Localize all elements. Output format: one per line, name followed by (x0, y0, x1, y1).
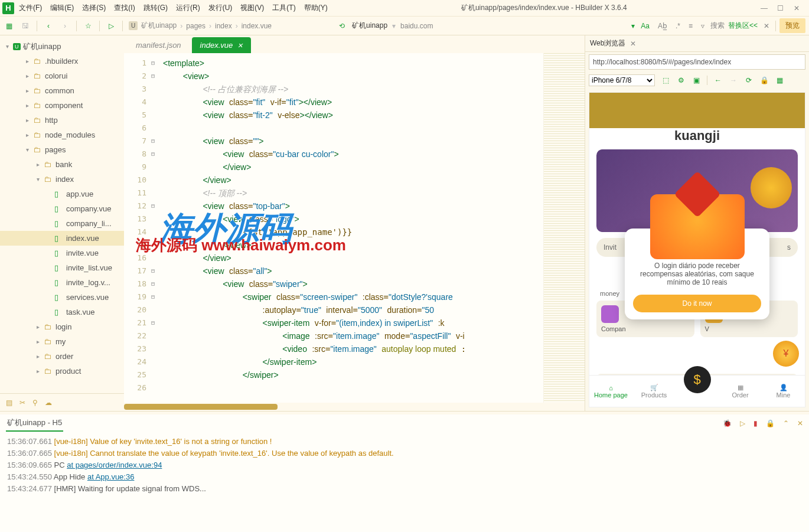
coin-fab[interactable]: ¥ (773, 341, 799, 367)
minimize-icon[interactable]: — (761, 4, 769, 12)
reload-icon[interactable]: ⟳ (744, 76, 753, 84)
replace-label[interactable]: 替换区<< (728, 21, 758, 31)
collapse-icon[interactable]: ⌃ (783, 419, 789, 427)
code-editor[interactable]: 1234567891011121314151617181920212223242… (124, 53, 585, 403)
tree-folder[interactable]: ▾🗀pages (0, 142, 124, 157)
tree-folder[interactable]: ▸🗀order (0, 349, 124, 364)
tree-folder[interactable]: ▸🗀http (0, 113, 124, 128)
menu-item[interactable]: 帮助(Y) (304, 3, 328, 13)
close-search-icon[interactable]: ✕ (761, 21, 772, 31)
tree-file[interactable]: ▯company.vue (0, 201, 124, 216)
star-icon[interactable]: ☆ (83, 21, 93, 31)
run-icon[interactable]: ▷ (106, 21, 116, 31)
filter-icon[interactable]: ▿ (699, 21, 707, 31)
toolbar: ▦ 🖫 ‹ › ☆ ▷ U 矿机uinapp › pages › index ›… (0, 17, 809, 35)
ab-icon[interactable]: Ab̲ (655, 21, 670, 31)
tree-file[interactable]: ▯company_li... (0, 216, 124, 231)
search-project[interactable]: 矿机uinapp (352, 21, 387, 31)
do-it-now-button[interactable]: Do it now (633, 295, 761, 312)
play-icon[interactable]: ▷ (740, 419, 745, 427)
editor-tab[interactable]: manifest.json (128, 37, 190, 53)
tree-folder[interactable]: ▸🗀component (0, 98, 124, 113)
menu-item[interactable]: 运行(R) (176, 3, 200, 13)
menu-bar: 文件(F)编辑(E)选择(S)查找(I)跳转(G)运行(R)发行(U)视图(V)… (19, 3, 328, 13)
menu-item[interactable]: 编辑(E) (50, 3, 74, 13)
nav-back-icon[interactable]: ← (713, 76, 723, 84)
new-file-icon[interactable]: ▦ (4, 21, 14, 31)
tree-file[interactable]: ▯services.vue (0, 290, 124, 305)
title-bar: H 文件(F)编辑(E)选择(S)查找(I)跳转(G)运行(R)发行(U)视图(… (0, 0, 809, 17)
list-icon[interactable]: ≡ (686, 21, 695, 31)
tree-file[interactable]: ▯invite_log.v... (0, 275, 124, 290)
editor-tabs: manifest.jsonindex.vue✕ (124, 35, 585, 53)
tree-folder[interactable]: ▸🗀.hbuilderx (0, 54, 124, 68)
stop-icon[interactable]: ▮ (753, 419, 758, 427)
popup-text: O login diário pode receber recompensas … (633, 262, 761, 286)
tab-home[interactable]: ⌂Home page (589, 376, 632, 407)
menu-item[interactable]: 视图(V) (240, 3, 264, 13)
tree-folder[interactable]: ▸🗀bank (0, 157, 124, 172)
preview-url-input[interactable]: http://localhost:8080/h5/#/pages/index/i… (589, 54, 805, 70)
cloud-icon[interactable]: ☁ (45, 399, 52, 407)
minimap[interactable] (543, 53, 585, 403)
save-icon[interactable]: 🖫 (20, 21, 31, 31)
sidebar-bottom-icons: ▤ ✂ ⚲ ☁ (0, 393, 124, 411)
tree-file[interactable]: ▯invite_list.vue (0, 260, 124, 275)
regex-icon[interactable]: .* (673, 21, 683, 31)
menu-item[interactable]: 跳转(G) (143, 3, 168, 13)
screenshot-icon[interactable]: ▣ (691, 76, 701, 84)
tree-root[interactable]: ▾U矿机uinapp (0, 39, 124, 54)
gear-icon[interactable]: ⚙ (676, 76, 686, 84)
close-icon[interactable]: ✕ (794, 4, 802, 12)
panel-icon[interactable]: ▤ (6, 399, 12, 407)
close-preview-tab-icon[interactable]: ✕ (630, 40, 636, 48)
lock-icon[interactable]: 🔒 (759, 76, 769, 84)
tree-file[interactable]: ▯index.vue (0, 231, 124, 246)
tree-folder[interactable]: ▸🗀node_modules (0, 128, 124, 142)
tree-folder[interactable]: ▸🗀login (0, 319, 124, 334)
maximize-icon[interactable]: ☐ (777, 4, 785, 12)
device-select[interactable]: iPhone 6/7/8 (589, 74, 655, 86)
preview-button[interactable]: 预览 (779, 18, 805, 33)
tab-products[interactable]: 🛒Products (632, 376, 676, 407)
bug-icon[interactable]: 🐞 (723, 419, 732, 427)
menu-item[interactable]: 文件(F) (19, 3, 42, 13)
file-explorer: ▾U矿机uinapp▸🗀.hbuilderx▸🗀colorui▸🗀common▸… (0, 35, 124, 411)
tree-file[interactable]: ▯app.vue (0, 187, 124, 201)
preview-tab[interactable]: Web浏览器 (590, 38, 625, 48)
gift-icon (650, 194, 745, 259)
menu-item[interactable]: 工具(T) (272, 3, 295, 13)
back-icon[interactable]: ‹ (43, 21, 54, 31)
forward-icon[interactable]: › (60, 21, 70, 31)
search-scope-icon[interactable]: ⟲ (337, 21, 347, 31)
breadcrumb[interactable]: U 矿机uinapp › pages › index › index.vue (129, 21, 272, 31)
tree-folder[interactable]: ▸🗀product (0, 364, 124, 378)
lock-console-icon[interactable]: 🔒 (766, 419, 775, 427)
menu-item[interactable]: 选择(S) (82, 3, 106, 13)
tree-folder[interactable]: ▾🗀index (0, 172, 124, 187)
menu-item[interactable]: 发行(U) (208, 3, 233, 13)
nav-forward-icon[interactable]: → (729, 76, 738, 84)
console-tab[interactable]: 矿机uinapp - H5 (6, 415, 63, 432)
editor-tab[interactable]: index.vue✕ (192, 37, 252, 53)
find-icon[interactable]: ⚲ (32, 399, 38, 407)
bottom-tabbar: ⌂Home page 🛒Products ▦Order 👤Mine $ (589, 375, 805, 407)
grid-icon[interactable]: ▦ (775, 76, 784, 84)
aa-icon[interactable]: Aa (638, 21, 652, 31)
tab-mine[interactable]: 👤Mine (762, 376, 805, 407)
horizontal-scrollbar[interactable] (124, 403, 585, 411)
search-site[interactable]: baidu.com (400, 22, 433, 30)
dollar-fab[interactable]: $ (684, 366, 711, 393)
tree-folder[interactable]: ▸🗀my (0, 334, 124, 349)
tree-folder[interactable]: ▸🗀colorui (0, 68, 124, 83)
close-console-icon[interactable]: ✕ (797, 419, 803, 427)
search-label[interactable]: 搜索 (710, 21, 725, 31)
rotate-icon[interactable]: ⬚ (661, 76, 670, 84)
menu-item[interactable]: 查找(I) (114, 3, 135, 13)
tree-folder[interactable]: ▸🗀common (0, 83, 124, 98)
tab-order[interactable]: ▦Order (719, 376, 762, 407)
tools-icon[interactable]: ✂ (19, 399, 25, 407)
window-title: 矿机uinapp/pages/index/index.vue - HBuilde… (328, 3, 761, 13)
tree-file[interactable]: ▯invite.vue (0, 246, 124, 260)
tree-file[interactable]: ▯task.vue (0, 305, 124, 319)
